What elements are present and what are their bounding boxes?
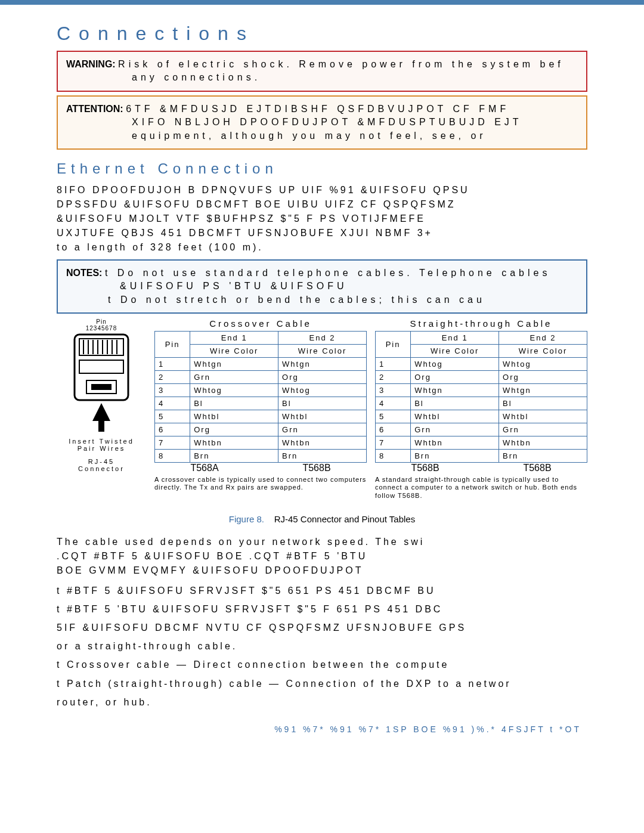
notes-line-3: t Do not stretch or bend the cables; thi… bbox=[108, 295, 485, 305]
bullet-list: t #BTF 5 &UIFSOFU SFRVJSFT $"5 651 PS 45… bbox=[57, 583, 587, 710]
table-cell: 1 bbox=[376, 358, 411, 371]
table-row: 7WhtbnWhtbn bbox=[155, 436, 367, 450]
bullet-3: 5IF &UIFSOFU DBCMF NVTU CF QSPQFSMZ UFSN… bbox=[57, 620, 587, 636]
straight-note: A standard straight-through cable is typ… bbox=[375, 476, 587, 500]
pin-label-top: Pin bbox=[57, 318, 146, 325]
table-cell: 5 bbox=[376, 410, 411, 423]
table-cell: 8 bbox=[155, 450, 190, 463]
table-cell: Bl bbox=[278, 397, 367, 410]
table-cell: Org bbox=[411, 371, 499, 384]
crossover-table-column: Crossover Cable Pin End 1 End 2 Wire Col… bbox=[154, 318, 367, 491]
table-cell: Whtbn bbox=[499, 436, 587, 450]
table-row: 5WhtblWhtbl bbox=[155, 410, 367, 423]
page-title: Connections bbox=[57, 23, 587, 45]
svg-rect-12 bbox=[91, 384, 112, 390]
intro-paragraph: 8IFO DPOOFDUJOH B DPNQVUFS UP UIF %91 &U… bbox=[57, 183, 587, 255]
table-cell: Org bbox=[499, 371, 587, 384]
table-cell: Bl bbox=[499, 397, 587, 410]
table-row: 5WhtblWhtbl bbox=[376, 410, 587, 423]
table-cell: Grn bbox=[278, 423, 367, 436]
warning-box: WARNING: Risk of electric shock. Remove … bbox=[57, 51, 587, 92]
table-cell: Whtog bbox=[411, 358, 499, 371]
table-cell: Brn bbox=[411, 450, 499, 463]
table-row: 8BrnBrn bbox=[155, 450, 367, 463]
straight-table: Pin End 1 End 2 Wire Color Wire Color 1W… bbox=[375, 331, 587, 463]
table-cell: Grn bbox=[499, 423, 587, 436]
table-cell: 2 bbox=[155, 371, 190, 384]
page-footer: %91 %7* %91 %7* 1SP BOE %91 )%.* 4FSJFT … bbox=[57, 724, 587, 734]
table-row: 8BrnBrn bbox=[376, 450, 587, 463]
rj45-label: RJ-45 bbox=[57, 458, 146, 465]
pin-numbers: 12345678 bbox=[57, 325, 146, 332]
table-cell: Whtgn bbox=[411, 384, 499, 397]
crossover-foot-2: T568B bbox=[267, 463, 367, 473]
table-cell: Bl bbox=[411, 397, 499, 410]
connector-column: Pin 12345678 Insert Twisted Pair Wires bbox=[57, 318, 146, 472]
table-cell: 6 bbox=[155, 423, 190, 436]
straight-foot-1: T568B bbox=[375, 463, 475, 473]
attention-text-3: equipment, although you may not feel, se… bbox=[132, 131, 487, 141]
notes-label: NOTES: bbox=[66, 268, 102, 278]
table-cell: 4 bbox=[376, 397, 411, 410]
table-cell: Whtbn bbox=[278, 436, 367, 450]
table-row: 1WhtogWhtog bbox=[376, 358, 587, 371]
table-cell: Whtbl bbox=[499, 410, 587, 423]
table-cell: 3 bbox=[376, 384, 411, 397]
body-paragraph-2: The cable used depends on your network s… bbox=[57, 535, 587, 578]
body2-line-3: BOE GVMM EVQMFY &UIFSOFU DPOOFDUJPOT bbox=[57, 565, 363, 575]
table-cell: Whtgn bbox=[278, 358, 367, 371]
straight-table-column: Straight-through Cable Pin End 1 End 2 W… bbox=[375, 318, 587, 500]
crossover-foot-row: T568A T568B bbox=[154, 463, 367, 473]
straight-head-wc1: Wire Color bbox=[411, 345, 499, 358]
figure-caption: Figure 8. RJ-45 Connector and Pinout Tab… bbox=[57, 514, 587, 524]
svg-marker-13 bbox=[92, 403, 110, 432]
table-cell: Whtog bbox=[499, 358, 587, 371]
crossover-head-pin: Pin bbox=[155, 332, 190, 358]
table-row: 3WhtgnWhtgn bbox=[376, 384, 587, 397]
top-accent-bar bbox=[0, 0, 644, 5]
straight-head-pin: Pin bbox=[376, 332, 411, 358]
straight-title: Straight-through Cable bbox=[375, 318, 587, 329]
bullet-4: or a straight-through cable. bbox=[57, 638, 587, 654]
table-cell: Brn bbox=[190, 450, 278, 463]
table-row: 6OrgGrn bbox=[155, 423, 367, 436]
crossover-table: Pin End 1 End 2 Wire Color Wire Color 1W… bbox=[154, 331, 367, 463]
table-cell: Bl bbox=[190, 397, 278, 410]
table-cell: Whtbl bbox=[278, 410, 367, 423]
notes-line-1: t Do not use standard telephone cables. … bbox=[105, 268, 551, 278]
attention-text-2: XIFO NBLJOH DPOOFDUJPOT &MFDUSPTUBUJD EJ… bbox=[132, 117, 522, 127]
figure-label: Figure 8. bbox=[229, 514, 264, 524]
bullet-6: t Patch (straight-through) cable — Conne… bbox=[57, 676, 587, 692]
table-row: 4BlBl bbox=[155, 397, 367, 410]
table-cell: 8 bbox=[376, 450, 411, 463]
straight-head-end1: End 1 bbox=[411, 332, 499, 345]
table-cell: Brn bbox=[278, 450, 367, 463]
tables-row: Pin 12345678 Insert Twisted Pair Wires bbox=[57, 318, 587, 500]
bullet-1: t #BTF 5 &UIFSOFU SFRVJSFT $"5 651 PS 45… bbox=[57, 583, 587, 599]
straight-head-wc2: Wire Color bbox=[499, 345, 587, 358]
intro-line-4: UXJTUFE QBJS 451 DBCMFT UFSNJOBUFE XJUI … bbox=[57, 228, 433, 238]
crossover-head-end2: End 2 bbox=[278, 332, 367, 345]
connector-word: Connector bbox=[57, 465, 146, 472]
table-cell: 7 bbox=[155, 436, 190, 450]
attention-box: ATTENTION: 6TF &MFDUSJD EJTDIBSHF QSFDBV… bbox=[57, 95, 587, 150]
table-row: 6GrnGrn bbox=[376, 423, 587, 436]
bullet-2: t #BTF 5 'BTU &UIFSOFU SFRVJSFT $"5 F 65… bbox=[57, 601, 587, 617]
table-cell: Whtgn bbox=[190, 358, 278, 371]
svg-rect-0 bbox=[75, 335, 128, 400]
crossover-head-end1: End 1 bbox=[190, 332, 278, 345]
intro-line-1: 8IFO DPOOFDUJOH B DPNQVUFS UP UIF %91 &U… bbox=[57, 185, 470, 195]
table-cell: 7 bbox=[376, 436, 411, 450]
crossover-note: A crossover cable is typically used to c… bbox=[154, 476, 367, 491]
crossover-head-wc1: Wire Color bbox=[190, 345, 278, 358]
straight-head-end2: End 2 bbox=[499, 332, 587, 345]
table-cell: Whtbn bbox=[411, 436, 499, 450]
intro-line-5: to a length of 328 feet (100 m). bbox=[57, 242, 264, 252]
table-cell: Whtog bbox=[278, 384, 367, 397]
table-cell: Org bbox=[278, 371, 367, 384]
table-cell: Whtbl bbox=[190, 410, 278, 423]
table-row: 7WhtbnWhtbn bbox=[376, 436, 587, 450]
table-cell: 6 bbox=[376, 423, 411, 436]
table-cell: Grn bbox=[190, 371, 278, 384]
table-cell: 4 bbox=[155, 397, 190, 410]
